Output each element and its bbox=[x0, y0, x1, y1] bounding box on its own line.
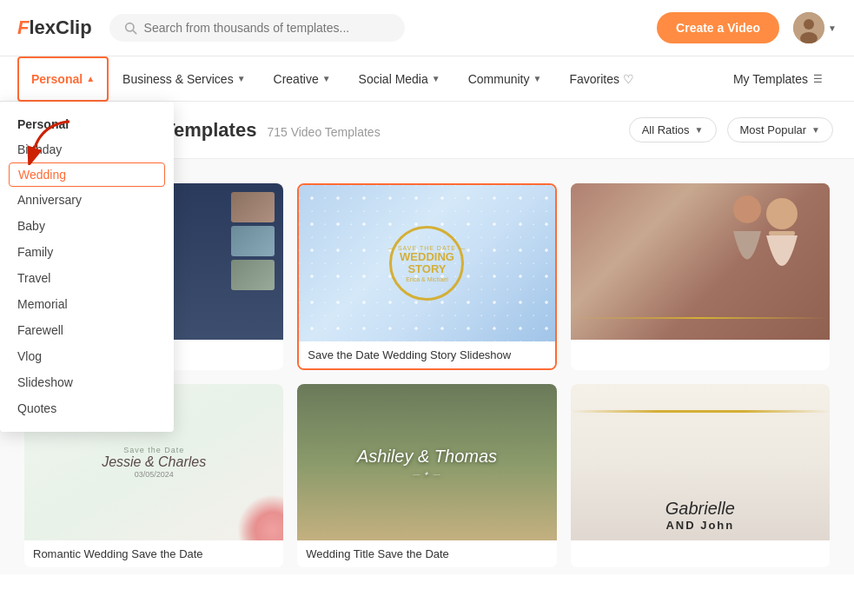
template-label-couple bbox=[571, 340, 830, 366]
flower-decoration bbox=[231, 488, 283, 540]
svg-point-3 bbox=[804, 19, 814, 30]
search-icon bbox=[123, 21, 137, 35]
dropdown-item-family[interactable]: Family bbox=[0, 239, 174, 265]
nav-social-chevron: ▼ bbox=[432, 74, 440, 83]
nav: Personal ▲ Business & Services ▼ Creativ… bbox=[0, 56, 854, 102]
template-label-romantic: Romantic Wedding Save the Date bbox=[24, 540, 283, 567]
dropdown-item-memorial[interactable]: Memorial bbox=[0, 291, 174, 317]
nav-creative-chevron: ▼ bbox=[322, 74, 331, 83]
nav-personal-label: Personal bbox=[31, 72, 83, 86]
svg-point-6 bbox=[766, 198, 798, 229]
nav-community-label: Community bbox=[468, 72, 530, 86]
avatar-icon bbox=[793, 12, 824, 43]
filter-ratio-chevron-icon: ▼ bbox=[695, 125, 704, 135]
romantic-date: 03/05/2024 bbox=[102, 470, 206, 479]
svg-rect-7 bbox=[769, 231, 795, 235]
filter-popular-button[interactable]: Most Popular ▼ bbox=[727, 117, 834, 142]
template-label-gabrielle bbox=[571, 540, 830, 566]
avatar[interactable] bbox=[793, 12, 824, 43]
create-video-button[interactable]: Create a Video bbox=[657, 12, 779, 43]
avatar-chevron-icon[interactable]: ▼ bbox=[828, 23, 837, 33]
dropdown-item-baby[interactable]: Baby bbox=[0, 213, 174, 239]
mini-photo-3 bbox=[231, 260, 275, 290]
gold-stripe bbox=[571, 410, 830, 413]
search-bar[interactable] bbox=[109, 14, 405, 42]
couple-silhouette bbox=[691, 183, 830, 340]
dropdown-item-vlog[interactable]: Vlog bbox=[0, 343, 174, 369]
mini-photo-2 bbox=[231, 226, 275, 256]
template-label-wedding-story: Save the Date Wedding Story Slideshow bbox=[299, 341, 554, 368]
wedding-names: Erica & Michael bbox=[388, 275, 466, 282]
nav-item-favorites[interactable]: Favorites ♡ bbox=[555, 56, 648, 102]
nav-creative-label: Creative bbox=[274, 72, 319, 86]
nav-item-community[interactable]: Community ▼ bbox=[454, 56, 556, 102]
nav-item-business[interactable]: Business & Services ▼ bbox=[109, 56, 260, 102]
filter-ratio-label: All Ratios bbox=[642, 123, 690, 136]
template-label-ashiley: Wedding Title Save the Date bbox=[297, 540, 556, 567]
nav-social-label: Social Media bbox=[359, 72, 428, 86]
dropdown-item-slideshow[interactable]: Slideshow bbox=[0, 369, 174, 395]
logo[interactable]: FlexClip bbox=[17, 17, 92, 39]
search-input[interactable] bbox=[144, 21, 391, 35]
dropdown-item-farewell[interactable]: Farewell bbox=[0, 317, 174, 343]
logo-f: F bbox=[17, 17, 29, 38]
ashiley-decorative: — ✦ — bbox=[357, 470, 497, 478]
nav-item-creative[interactable]: Creative ▼ bbox=[260, 56, 345, 102]
nav-personal-chevron: ▲ bbox=[86, 74, 95, 83]
svg-line-1 bbox=[133, 30, 136, 34]
nav-my-templates-label: My Templates bbox=[733, 72, 808, 86]
template-count: 715 Video Templates bbox=[267, 122, 380, 139]
arrow-icon bbox=[26, 113, 78, 165]
wedding-title-big: WEDDINGSTORY bbox=[388, 251, 466, 276]
filter-popular-chevron-icon: ▼ bbox=[811, 125, 820, 135]
svg-point-8 bbox=[733, 195, 761, 223]
filter-ratio-button[interactable]: All Ratios ▼ bbox=[629, 117, 717, 142]
template-thumb-wedding-story: — SAVE THE DATE — WEDDINGSTORY Erica & M… bbox=[299, 185, 554, 341]
nav-community-chevron: ▼ bbox=[533, 74, 541, 83]
couple-ribbon bbox=[571, 317, 830, 322]
wedding-story-center: — SAVE THE DATE — WEDDINGSTORY Erica & M… bbox=[388, 245, 466, 282]
romantic-couple-name: Jessie & Charles bbox=[102, 454, 206, 470]
filter-popular-label: Most Popular bbox=[740, 123, 807, 136]
dropdown-item-quotes[interactable]: Quotes bbox=[0, 395, 174, 421]
template-card-couple-photo[interactable] bbox=[571, 183, 830, 370]
header: FlexClip Create a Video ▼ bbox=[0, 0, 854, 56]
template-thumb-ashiley: Ashiley & Thomas — ✦ — bbox=[297, 384, 556, 540]
nav-business-label: Business & Services bbox=[122, 72, 234, 86]
romantic-card-inner: Save the Date Jessie & Charles 03/05/202… bbox=[84, 428, 223, 496]
romantic-save-label: Save the Date bbox=[102, 446, 206, 454]
nav-item-social[interactable]: Social Media ▼ bbox=[345, 56, 454, 102]
template-thumb-gabrielle: Gabrielle AND John bbox=[571, 384, 830, 540]
template-card-gabrielle[interactable]: Gabrielle AND John bbox=[571, 384, 830, 567]
gabrielle-text: Gabrielle AND John bbox=[665, 499, 735, 532]
mini-photo-1 bbox=[231, 192, 275, 222]
dropdown-item-anniversary[interactable]: Anniversary bbox=[0, 187, 174, 213]
filter-group: All Ratios ▼ Most Popular ▼ bbox=[629, 117, 833, 142]
couple-bg bbox=[571, 183, 830, 340]
favorites-heart-icon: ♡ bbox=[623, 72, 634, 86]
arrow-indicator bbox=[26, 113, 78, 169]
my-templates-layers-icon: ☰ bbox=[813, 73, 823, 85]
gabrielle-and: AND John bbox=[665, 519, 735, 532]
nav-business-chevron: ▼ bbox=[237, 74, 246, 83]
ashiley-script-name: Ashiley & Thomas — ✦ — bbox=[357, 447, 497, 478]
dropdown-item-travel[interactable]: Travel bbox=[0, 265, 174, 291]
nav-item-personal[interactable]: Personal ▲ bbox=[17, 56, 109, 102]
logo-name: lexClip bbox=[29, 17, 91, 38]
nav-item-my-templates[interactable]: My Templates ☰ bbox=[719, 56, 837, 102]
template-thumb-couple bbox=[571, 183, 830, 340]
gabrielle-name: Gabrielle bbox=[665, 499, 735, 519]
template-card-wedding-story[interactable]: — SAVE THE DATE — WEDDINGSTORY Erica & M… bbox=[297, 183, 556, 370]
nav-favorites-label: Favorites bbox=[569, 72, 619, 86]
template-card-ashiley[interactable]: Ashiley & Thomas — ✦ — Wedding Title Sav… bbox=[297, 384, 556, 567]
photo-mini-stack bbox=[231, 192, 275, 290]
